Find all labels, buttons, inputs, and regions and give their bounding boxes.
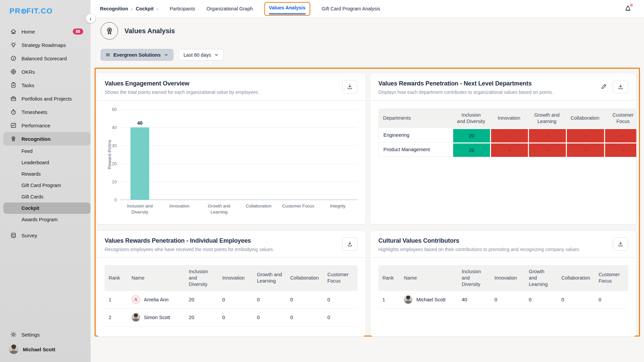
sidebar-collapse-button[interactable]: ‹ — [86, 14, 95, 23]
breadcrumb-separator: › — [157, 6, 158, 12]
column-header: Innovation — [490, 265, 525, 291]
sidebar-item-performance[interactable]: Performance — [0, 119, 91, 132]
y-tick-label: 30 — [112, 143, 117, 148]
tab-organizational-graph[interactable]: Organizational Graph — [207, 6, 253, 11]
sidebar-item-balanced-scorecard[interactable]: Balanced Scorecard — [0, 52, 91, 65]
download-icon — [346, 241, 353, 247]
tab-values-analysis[interactable]: Values Analysis — [264, 2, 310, 16]
home-icon — [10, 28, 17, 35]
sidebar-item-home[interactable]: Home 88 — [0, 25, 91, 38]
download-button[interactable] — [613, 237, 628, 251]
avatar — [404, 295, 413, 304]
table-header-row: Departments Inclusion and Diversity Inno… — [378, 109, 637, 128]
x-category-label: Integrity — [318, 203, 358, 215]
chart-column — [160, 109, 199, 200]
y-tick-label: 20 — [112, 161, 117, 166]
tab-participants[interactable]: Participants — [170, 6, 195, 11]
gear-icon — [10, 331, 17, 338]
sidebar-item-label: Strategy Roadmaps — [21, 42, 66, 48]
sidebar-item-rewards[interactable]: Rewards — [0, 168, 91, 180]
sidebar-item-strategy-roadmaps[interactable]: Strategy Roadmaps — [0, 38, 91, 52]
date-range-value: Last 60 days — [183, 52, 211, 58]
sidebar-item-tasks[interactable]: Tasks — [0, 78, 91, 92]
logo-target-icon — [21, 9, 26, 14]
value-cell: - — [566, 128, 604, 142]
chart-categories: Inclusion and DiversityInnovationGrowth … — [120, 203, 358, 215]
x-category-label: Collaboration — [239, 203, 278, 215]
column-header: Customer Focus — [323, 265, 358, 291]
sidebar-item-survey[interactable]: Survey — [0, 229, 91, 242]
sidebar-item-gift-cards[interactable]: Gift Cards — [0, 191, 91, 202]
sidebar-item-label: Rewards — [21, 171, 41, 177]
sidebar-item-feed[interactable]: Feed — [0, 145, 91, 157]
y-tick-label: 40 — [112, 125, 117, 130]
value-cell: - — [566, 142, 604, 157]
value-cell: - — [604, 142, 637, 157]
sidebar-item-gift-card-program[interactable]: Gift Card Program — [0, 180, 91, 191]
bulb-icon — [10, 42, 17, 48]
x-category-label: Inclusion and Diversity — [120, 203, 160, 215]
individual-employees-card: Values Rewards Penetration - Individual … — [96, 230, 366, 337]
sidebar-item-okrs[interactable]: OKRs — [0, 65, 91, 78]
cultural-values-contributors-card: Cultural Values Contributors Highlights … — [370, 230, 637, 337]
logo-text-right: FIT.CO — [26, 7, 53, 15]
sidebar-item-label: Gift Cards — [21, 194, 43, 199]
values-engagement-overview-card: Values Engagement Overview Shows the tot… — [96, 73, 366, 225]
hamburger-icon — [105, 52, 110, 57]
value-cell: 0 — [595, 291, 628, 309]
download-icon — [346, 83, 353, 90]
sidebar-item-cockpit[interactable]: Cockpit — [3, 202, 91, 214]
sidebar-item-label: Feed — [21, 148, 33, 154]
departments-table: Departments Inclusion and Diversity Inno… — [378, 109, 637, 157]
value-cell: 20 — [185, 309, 218, 326]
table-header-row: Rank Name Inclusion and Diversity Innova… — [378, 265, 628, 291]
sidebar-user[interactable]: Michael Scott — [0, 341, 91, 357]
sidebar-item-label: Gift Card Program — [21, 183, 61, 188]
medal-icon — [105, 26, 114, 36]
logo-text-left: PR — [9, 7, 21, 15]
employee-name[interactable]: Amelia Ann — [144, 297, 168, 302]
column-header: Growth and Learning — [528, 109, 566, 128]
gauge-icon — [10, 55, 17, 62]
sidebar-item-timesheets[interactable]: Timesheets — [0, 105, 91, 119]
department-name: Product Management — [378, 142, 452, 157]
employee-name[interactable]: Michael Scott — [416, 297, 445, 302]
table-row: Product Management 20 - - - - — [378, 142, 637, 157]
table-row: 1 Michael Scott 40 0 0 0 0 — [378, 291, 628, 309]
value-cell: 0 — [286, 291, 323, 309]
column-header: Name — [127, 265, 185, 291]
download-button[interactable] — [342, 80, 358, 94]
value-cell: 20 — [452, 142, 490, 157]
download-button[interactable] — [342, 237, 358, 251]
bar[interactable] — [130, 127, 149, 200]
date-range-dropdown[interactable]: Last 60 days — [179, 49, 224, 61]
value-cell: 0 — [323, 291, 358, 309]
rank-cell: 1 — [105, 291, 127, 309]
value-cell: 0 — [490, 291, 525, 309]
sidebar-item-portfolios[interactable]: Portfolios and Projects — [0, 92, 91, 105]
notifications-button[interactable] — [624, 5, 632, 13]
employee-name[interactable]: Simon Scott — [144, 315, 170, 320]
sidebar-item-settings[interactable]: Settings — [0, 328, 91, 341]
value-cell: 0 — [218, 291, 253, 309]
edit-button[interactable] — [600, 83, 607, 91]
sidebar-item-leaderboard[interactable]: Leaderboard — [0, 157, 91, 168]
card-title: Cultural Values Contributors — [378, 237, 608, 244]
sidebar-item-recognition[interactable]: Recognition — [3, 132, 91, 145]
user-avatar — [9, 344, 19, 354]
org-filter-dropdown[interactable]: Evergreen Solutions — [101, 49, 173, 61]
chevron-down-icon — [164, 52, 169, 57]
breadcrumb-cockpit[interactable]: Cockpit — [136, 6, 154, 11]
profit-co-logo[interactable]: PRFIT.CO — [0, 0, 91, 21]
breadcrumb-recognition[interactable]: Recognition — [100, 6, 128, 11]
table-row: 1 AAmelia Ann 20 0 0 0 0 — [105, 291, 358, 309]
tab-gift-card-program-analysis[interactable]: Gift Card Program Analysis — [322, 6, 380, 11]
x-category-label: Customer Focus — [278, 203, 318, 215]
sidebar-item-label: Leaderboard — [21, 160, 49, 165]
sidebar-item-label: Settings — [21, 332, 40, 338]
sidebar-item-awards-program[interactable]: Awards Program — [0, 214, 91, 225]
download-button[interactable] — [613, 80, 628, 94]
chart-column: 40 — [120, 109, 160, 200]
card-subtitle: Shows the total points earned for each o… — [105, 89, 337, 95]
rank-cell: 1 — [378, 291, 400, 309]
